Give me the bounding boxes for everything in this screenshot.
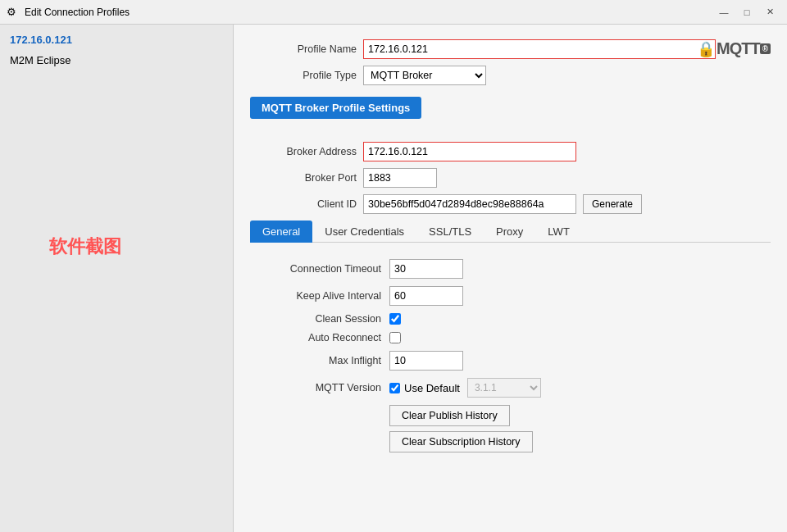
action-buttons-section: Clear Publish History Clear Subscription… bbox=[389, 405, 771, 452]
max-inflight-label: Max Inflight bbox=[250, 355, 381, 366]
connection-timeout-row: Connection Timeout bbox=[250, 259, 771, 279]
clear-subscription-history-button[interactable]: Clear Subscription History bbox=[389, 431, 533, 452]
sidebar-item-1[interactable]: M2M Eclipse bbox=[0, 50, 233, 70]
sidebar-item-label-1: M2M Eclipse bbox=[10, 54, 71, 66]
sidebar-item-label-0: 172.16.0.121 bbox=[10, 34, 72, 46]
clean-session-checkbox-wrap bbox=[389, 313, 401, 325]
tab-user-credentials[interactable]: User Credentials bbox=[312, 221, 416, 243]
mqtt-version-use-default-checkbox[interactable] bbox=[389, 383, 400, 393]
sidebar: 172.16.0.121 M2M Eclipse 软件截图 bbox=[0, 25, 234, 532]
clean-session-label: Clean Session bbox=[250, 313, 381, 325]
maximize-button[interactable]: □ bbox=[736, 4, 757, 20]
keep-alive-input[interactable] bbox=[389, 286, 463, 306]
close-button[interactable]: ✕ bbox=[759, 4, 780, 20]
profile-name-row: Profile Name bbox=[250, 39, 771, 59]
settings-header-row: MQTT Broker Profile Settings bbox=[250, 92, 771, 130]
max-inflight-input[interactable] bbox=[389, 351, 463, 371]
settings-header: MQTT Broker Profile Settings bbox=[250, 97, 421, 119]
keep-alive-label: Keep Alive Interval bbox=[250, 290, 381, 302]
window-title: Edit Connection Profiles bbox=[25, 7, 713, 18]
window-icon: ⚙ bbox=[7, 6, 20, 19]
client-id-input[interactable] bbox=[363, 194, 576, 214]
max-inflight-row: Max Inflight bbox=[250, 351, 771, 371]
broker-port-row: Broker Port bbox=[250, 168, 771, 188]
tab-proxy[interactable]: Proxy bbox=[484, 221, 535, 243]
connection-timeout-input[interactable] bbox=[389, 259, 463, 279]
clear-publish-history-button[interactable]: Clear Publish History bbox=[389, 405, 510, 426]
broker-port-label: Broker Port bbox=[250, 172, 357, 184]
main-container: 172.16.0.121 M2M Eclipse 软件截图 🔒 MQTT ® P… bbox=[0, 25, 787, 532]
keep-alive-row: Keep Alive Interval bbox=[250, 286, 771, 306]
mqtt-logo-badge: ® bbox=[760, 43, 771, 54]
client-id-row: Client ID Generate bbox=[250, 194, 771, 214]
mqtt-version-use-default-label: Use Default bbox=[404, 382, 460, 394]
clean-session-checkbox[interactable] bbox=[389, 313, 401, 325]
broker-port-input[interactable] bbox=[363, 168, 437, 188]
auto-reconnect-label: Auto Reconnect bbox=[250, 332, 381, 343]
auto-reconnect-checkbox[interactable] bbox=[389, 332, 401, 343]
broker-address-row: Broker Address bbox=[250, 142, 771, 161]
mqtt-logo-icon: 🔒 bbox=[697, 40, 715, 58]
profile-name-input[interactable] bbox=[363, 39, 716, 59]
broker-address-input[interactable] bbox=[363, 142, 576, 161]
mqtt-version-controls: Use Default 3.1.1 3.1 5.0 bbox=[389, 378, 541, 398]
connection-timeout-label: Connection Timeout bbox=[250, 263, 381, 275]
tab-general[interactable]: General bbox=[250, 221, 312, 243]
clean-session-row: Clean Session bbox=[250, 313, 771, 325]
broker-address-label: Broker Address bbox=[250, 146, 357, 157]
profile-type-select[interactable]: MQTT Broker MQTT Publisher MQTT Subscrib… bbox=[363, 66, 486, 85]
auto-reconnect-checkbox-wrap bbox=[389, 332, 401, 343]
sidebar-item-0[interactable]: 172.16.0.121 bbox=[0, 30, 233, 50]
profile-type-row: Profile Type MQTT Broker MQTT Publisher … bbox=[250, 66, 771, 85]
tab-lwt[interactable]: LWT bbox=[535, 221, 581, 243]
tab-content-general: Connection Timeout Keep Alive Interval C… bbox=[250, 254, 771, 457]
profile-name-label: Profile Name bbox=[250, 43, 357, 55]
mqtt-version-label: MQTT Version bbox=[250, 382, 381, 393]
profile-type-label: Profile Type bbox=[250, 70, 357, 81]
tab-ssl-tls[interactable]: SSL/TLS bbox=[416, 221, 484, 243]
content-area: 🔒 MQTT ® Profile Name Profile Type MQTT … bbox=[234, 25, 787, 532]
mqtt-version-select[interactable]: 3.1.1 3.1 5.0 bbox=[467, 378, 541, 398]
mqtt-logo-text: MQTT bbox=[716, 39, 760, 58]
title-bar-buttons: — □ ✕ bbox=[713, 4, 780, 20]
minimize-button[interactable]: — bbox=[713, 4, 735, 20]
title-bar: ⚙ Edit Connection Profiles — □ ✕ bbox=[0, 0, 787, 25]
generate-button[interactable]: Generate bbox=[583, 194, 642, 214]
watermark: 软件截图 bbox=[49, 234, 233, 259]
auto-reconnect-row: Auto Reconnect bbox=[250, 332, 771, 343]
mqtt-logo: 🔒 MQTT ® bbox=[697, 39, 771, 58]
client-id-label: Client ID bbox=[250, 198, 357, 210]
tabs-row: General User Credentials SSL/TLS Proxy L… bbox=[250, 221, 771, 243]
mqtt-version-row: MQTT Version Use Default 3.1.1 3.1 5.0 bbox=[250, 378, 771, 398]
